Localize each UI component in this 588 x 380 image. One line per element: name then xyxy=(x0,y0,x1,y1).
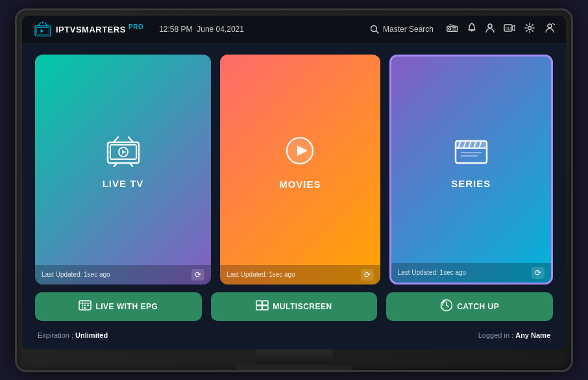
footer-info: Expiration : Unlimited Logged in : Any N… xyxy=(35,329,553,343)
search-icon xyxy=(370,25,379,34)
svg-line-7 xyxy=(376,31,378,34)
catch-up-button[interactable]: CATCH UP xyxy=(386,292,553,321)
card-series[interactable]: SERIES Last Updated: 1sec ago ⟳ xyxy=(389,55,553,285)
series-title: SERIES xyxy=(451,178,491,189)
main-content: LIVE TV Last Updated: 1sec ago ⟳ xyxy=(22,44,566,349)
logo-area: IPTVSMARTERS PRO xyxy=(32,21,143,37)
catchup-icon xyxy=(440,299,453,314)
svg-text:REC: REC xyxy=(506,27,513,31)
live-tv-icon xyxy=(104,134,143,173)
tv-base xyxy=(236,365,352,370)
bottom-buttons-row: LIVE WITH EPG MULTISCREEN xyxy=(35,292,553,321)
cards-row: LIVE TV Last Updated: 1sec ago ⟳ xyxy=(35,55,553,285)
svg-line-21 xyxy=(552,23,555,25)
movies-title: MOVIES xyxy=(279,179,321,190)
tv-frame: IPTVSMARTERS PRO 12:58 PM June 04,2021 M… xyxy=(15,8,573,372)
series-update: Last Updated: 1sec ago xyxy=(398,269,467,276)
multiscreen-icon xyxy=(256,300,269,313)
profile-icon[interactable] xyxy=(544,23,556,36)
bell-icon[interactable] xyxy=(467,23,476,36)
movies-footer: Last Updated: 1sec ago ⟳ xyxy=(220,265,380,285)
movies-icon xyxy=(283,134,317,173)
svg-rect-49 xyxy=(256,301,262,305)
series-refresh[interactable]: ⟳ xyxy=(532,267,545,279)
tv-stand xyxy=(255,349,333,364)
logo-icon xyxy=(32,21,53,37)
radio-icon[interactable] xyxy=(447,23,458,35)
series-icon xyxy=(452,134,491,173)
svg-point-20 xyxy=(548,24,552,28)
movies-refresh[interactable]: ⟳ xyxy=(361,269,374,281)
live-tv-footer: Last Updated: 1sec ago ⟳ xyxy=(35,265,211,285)
card-movies-main: MOVIES xyxy=(220,55,380,265)
user-icon[interactable] xyxy=(485,23,495,36)
epg-icon xyxy=(79,300,92,313)
svg-marker-27 xyxy=(122,150,126,154)
live-tv-update: Last Updated: 1sec ago xyxy=(42,271,110,278)
datetime: 12:58 PM June 04,2021 xyxy=(159,25,244,34)
live-epg-button[interactable]: LIVE WITH EPG xyxy=(35,292,202,321)
svg-point-9 xyxy=(448,28,451,31)
svg-point-2 xyxy=(42,21,44,23)
svg-marker-5 xyxy=(41,29,44,32)
logged-in-text: Logged in : Any Name xyxy=(478,331,550,339)
card-live-tv[interactable]: LIVE TV Last Updated: 1sec ago ⟳ xyxy=(35,55,211,285)
svg-line-1 xyxy=(45,23,47,26)
multiscreen-button[interactable]: MULTISCREEN xyxy=(211,292,378,321)
gear-icon[interactable] xyxy=(524,23,535,36)
camera-icon[interactable]: REC xyxy=(504,23,515,35)
svg-point-15 xyxy=(488,24,492,28)
nav-icons: REC xyxy=(447,23,556,36)
card-movies[interactable]: MOVIES Last Updated: 1sec ago ⟳ xyxy=(220,55,380,285)
card-series-main: SERIES xyxy=(391,57,551,263)
svg-rect-46 xyxy=(84,305,86,306)
svg-marker-17 xyxy=(512,25,515,31)
search-area[interactable]: Master Search xyxy=(370,25,434,34)
logo-text: IPTVSMARTERS PRO xyxy=(56,23,143,34)
live-tv-title: LIVE TV xyxy=(103,178,144,189)
tv-screen: IPTVSMARTERS PRO 12:58 PM June 04,2021 M… xyxy=(22,16,566,349)
expiration-text: Expiration : Unlimited xyxy=(38,331,108,339)
svg-line-0 xyxy=(38,23,40,26)
live-tv-refresh[interactable]: ⟳ xyxy=(191,269,204,281)
card-live-tv-main: LIVE TV xyxy=(35,55,211,265)
svg-rect-48 xyxy=(84,307,86,309)
svg-rect-52 xyxy=(263,305,269,310)
svg-rect-50 xyxy=(263,301,269,305)
svg-rect-47 xyxy=(87,305,89,306)
movies-update: Last Updated: 1sec ago xyxy=(227,271,295,278)
svg-rect-51 xyxy=(256,305,262,310)
header: IPTVSMARTERS PRO 12:58 PM June 04,2021 M… xyxy=(22,16,566,44)
series-footer: Last Updated: 1sec ago ⟳ xyxy=(391,263,551,283)
screen-content: IPTVSMARTERS PRO 12:58 PM June 04,2021 M… xyxy=(22,16,566,349)
svg-point-19 xyxy=(528,27,532,30)
